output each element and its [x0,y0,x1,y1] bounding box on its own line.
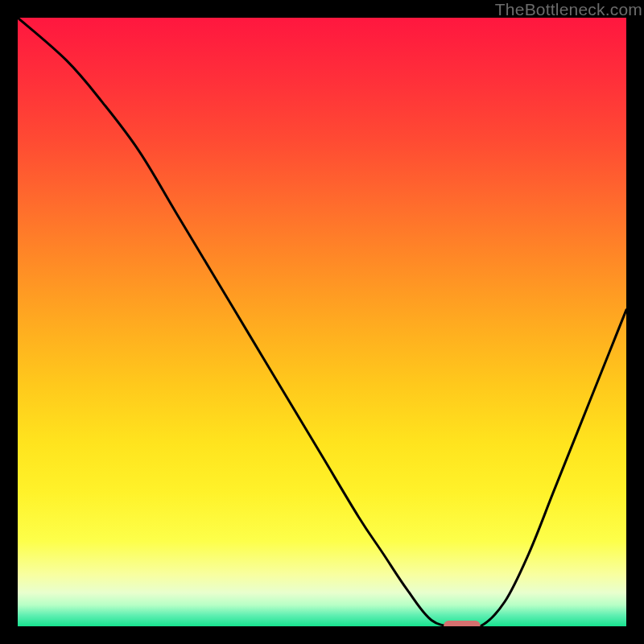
chart-frame [18,18,626,626]
optimum-marker [444,621,480,626]
chart-svg [18,18,626,626]
watermark-label: TheBottleneck.com [495,0,642,19]
